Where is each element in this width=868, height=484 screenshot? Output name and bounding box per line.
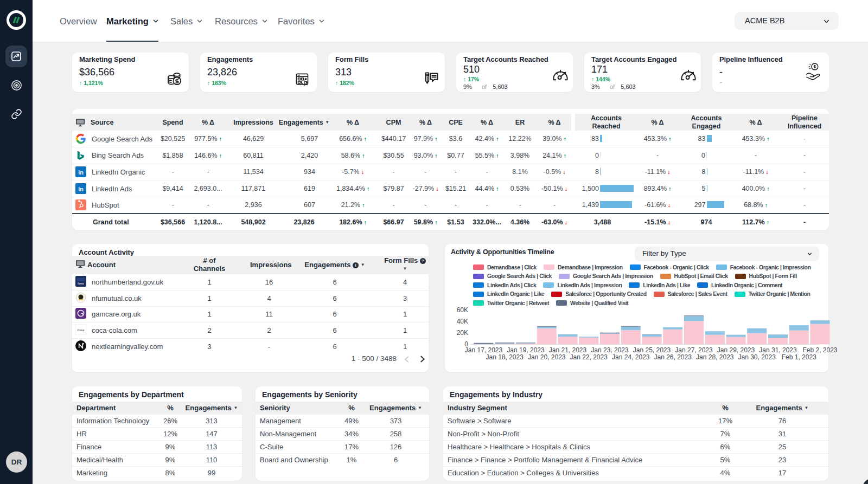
svg-text:Jan 31, 2023: Jan 31, 2023 <box>759 346 797 354</box>
svg-text:Coca: Coca <box>78 328 85 332</box>
svg-text:Jan 18, 2023: Jan 18, 2023 <box>486 353 524 361</box>
svg-text:Jan 19, 2023: Jan 19, 2023 <box>507 346 545 354</box>
svg-text:News: News <box>78 282 84 285</box>
svg-text:20K: 20K <box>457 329 468 337</box>
svg-text:in: in <box>78 186 84 192</box>
svg-text:Jan 30, 2023: Jan 30, 2023 <box>738 353 776 361</box>
svg-text:Jan 29, 2023: Jan 29, 2023 <box>717 346 755 354</box>
svg-text:Jan 26, 2023: Jan 26, 2023 <box>654 353 692 361</box>
svg-text:Feb 2, 2023: Feb 2, 2023 <box>802 346 837 354</box>
svg-text:Jan 25, 2023: Jan 25, 2023 <box>633 346 671 354</box>
svg-text:Feb 1, 2023: Feb 1, 2023 <box>782 353 816 361</box>
svg-text:Jan 20, 2023: Jan 20, 2023 <box>528 353 566 361</box>
svg-text:Jan 22, 2023: Jan 22, 2023 <box>570 353 608 361</box>
svg-text:Jan 17, 2023: Jan 17, 2023 <box>465 346 503 354</box>
svg-text:60K: 60K <box>457 306 468 314</box>
svg-text:40K: 40K <box>457 318 468 325</box>
svg-text:Jan 21, 2023: Jan 21, 2023 <box>549 346 587 354</box>
svg-text:Jan 24, 2023: Jan 24, 2023 <box>612 353 650 361</box>
svg-text:Jan 27, 2023: Jan 27, 2023 <box>675 346 713 354</box>
svg-text:Jan 23, 2023: Jan 23, 2023 <box>591 346 629 354</box>
svg-text:Jan 28, 2023: Jan 28, 2023 <box>696 353 734 361</box>
svg-text:in: in <box>78 169 84 176</box>
